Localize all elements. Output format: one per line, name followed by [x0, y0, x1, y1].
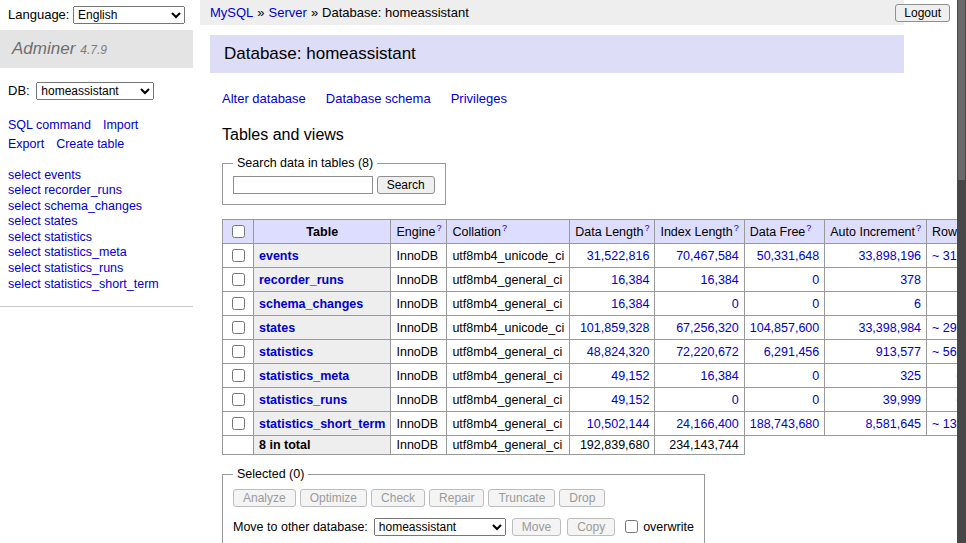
- selected-buttons-row: AnalyzeOptimizeCheckRepairTruncateDrop: [233, 489, 694, 507]
- index-length-link[interactable]: 16,384: [701, 369, 739, 383]
- index-length-link[interactable]: 0: [732, 393, 739, 407]
- language-select[interactable]: English: [73, 6, 185, 24]
- data-length-link[interactable]: 10,502,144: [587, 417, 650, 431]
- sidebar-table-item: select states: [8, 214, 185, 230]
- data-free-link[interactable]: 188,743,680: [750, 417, 820, 431]
- row-checkbox-statistics_short_term[interactable]: [232, 417, 245, 430]
- table-link-states[interactable]: states: [259, 321, 295, 335]
- auto-increment-link[interactable]: 913,577: [876, 345, 921, 359]
- breadcrumb-link[interactable]: MySQL: [210, 5, 253, 20]
- row-checkbox-states[interactable]: [232, 321, 245, 334]
- drop-button[interactable]: Drop: [559, 489, 605, 507]
- column-header-data-free: Data Free?: [744, 220, 825, 244]
- data-free-link[interactable]: 0: [812, 369, 819, 383]
- nav-link-alter-database[interactable]: Alter database: [222, 91, 306, 106]
- sidebar-action-sql-command[interactable]: SQL command: [8, 118, 91, 132]
- row-checkbox-statistics_meta[interactable]: [232, 369, 245, 382]
- row-checkbox-statistics_runs[interactable]: [232, 393, 245, 406]
- data-length-link[interactable]: 101,859,328: [580, 321, 650, 335]
- database-nav-links: Alter databaseDatabase schemaPrivileges: [222, 91, 904, 106]
- row-checkbox-statistics[interactable]: [232, 345, 245, 358]
- logout-button[interactable]: Logout: [895, 4, 950, 22]
- help-icon[interactable]: ?: [436, 223, 441, 233]
- data-length-link[interactable]: 49,152: [611, 393, 649, 407]
- optimize-button[interactable]: Optimize: [300, 489, 367, 507]
- row-checkbox-schema_changes[interactable]: [232, 297, 245, 310]
- help-icon[interactable]: ?: [916, 223, 921, 233]
- auto-increment-link[interactable]: 39,999: [883, 393, 921, 407]
- sidebar-item-select-statistics_runs[interactable]: select statistics_runs: [8, 261, 123, 275]
- data-length-link[interactable]: 31,522,816: [587, 249, 650, 263]
- sidebar-item-select-statistics_short_term[interactable]: select statistics_short_term: [8, 277, 159, 291]
- repair-button[interactable]: Repair: [429, 489, 484, 507]
- index-length-link[interactable]: 70,467,584: [676, 249, 739, 263]
- sidebar-item-select-states[interactable]: select states: [8, 214, 77, 228]
- auto-increment-link[interactable]: 33,898,196: [858, 249, 921, 263]
- nav-link-database-schema[interactable]: Database schema: [326, 91, 431, 106]
- copy-button[interactable]: Copy: [567, 518, 615, 536]
- analyze-button[interactable]: Analyze: [233, 489, 296, 507]
- auto-increment-link[interactable]: 378: [900, 273, 921, 287]
- table-link-statistics[interactable]: statistics: [259, 345, 313, 359]
- table-row: statistics_short_termInnoDButf8mb4_gener…: [223, 412, 966, 436]
- truncate-button[interactable]: Truncate: [488, 489, 555, 507]
- index-length-cell: 16,384: [655, 364, 744, 388]
- auto-increment-cell: 33,398,984: [825, 316, 927, 340]
- db-select[interactable]: homeassistant: [36, 82, 154, 100]
- sidebar-item-select-events[interactable]: select events: [8, 168, 81, 182]
- move-button[interactable]: Move: [512, 518, 561, 536]
- table-link-statistics_runs[interactable]: statistics_runs: [259, 393, 347, 407]
- data-length-link[interactable]: 49,152: [611, 369, 649, 383]
- data-free-link[interactable]: 6,291,456: [764, 345, 820, 359]
- nav-link-privileges[interactable]: Privileges: [451, 91, 507, 106]
- auto-increment-link[interactable]: 33,398,984: [858, 321, 921, 335]
- help-icon[interactable]: ?: [644, 223, 649, 233]
- data-free-link[interactable]: 0: [812, 393, 819, 407]
- index-length-cell: 16,384: [655, 268, 744, 292]
- table-link-statistics_meta[interactable]: statistics_meta: [259, 369, 349, 383]
- data-free-link[interactable]: 50,331,648: [757, 249, 820, 263]
- sidebar-item-select-statistics[interactable]: select statistics: [8, 230, 92, 244]
- index-length-link[interactable]: 24,166,400: [676, 417, 739, 431]
- row-checkbox-recorder_runs[interactable]: [232, 273, 245, 286]
- search-input[interactable]: [233, 176, 373, 194]
- scrollbar-thumb[interactable]: [958, 0, 965, 180]
- breadcrumb-link[interactable]: Server: [269, 5, 307, 20]
- data-free-link[interactable]: 0: [812, 273, 819, 287]
- table-name-cell: schema_changes: [254, 292, 391, 316]
- data-free-link[interactable]: 104,857,600: [750, 321, 820, 335]
- sidebar-action-create-table[interactable]: Create table: [56, 137, 124, 151]
- index-length-link[interactable]: 16,384: [701, 273, 739, 287]
- help-icon[interactable]: ?: [502, 223, 507, 233]
- auto-increment-link[interactable]: 8,581,645: [865, 417, 921, 431]
- auto-increment-link[interactable]: 325: [900, 369, 921, 383]
- data-length-link[interactable]: 48,824,320: [587, 345, 650, 359]
- check-button[interactable]: Check: [371, 489, 425, 507]
- data-length-link[interactable]: 16,384: [611, 297, 649, 311]
- sidebar-item-select-recorder_runs[interactable]: select recorder_runs: [8, 183, 122, 197]
- table-link-events[interactable]: events: [259, 249, 299, 263]
- index-length-link[interactable]: 72,220,672: [676, 345, 739, 359]
- sidebar-action-import[interactable]: Import: [103, 118, 138, 132]
- scrollbar[interactable]: [957, 0, 966, 543]
- select-all-checkbox[interactable]: [232, 225, 245, 238]
- data-free-link[interactable]: 0: [812, 297, 819, 311]
- sidebar-item-select-statistics_meta[interactable]: select statistics_meta: [8, 245, 127, 259]
- sidebar-item-select-schema_changes[interactable]: select schema_changes: [8, 199, 142, 213]
- move-db-select[interactable]: homeassistant: [374, 518, 506, 536]
- auto-increment-link[interactable]: 6: [914, 297, 921, 311]
- sidebar-action-export[interactable]: Export: [8, 137, 44, 151]
- move-label: Move to other database:: [233, 520, 368, 534]
- index-length-link[interactable]: 67,256,320: [676, 321, 739, 335]
- table-link-schema_changes[interactable]: schema_changes: [259, 297, 363, 311]
- table-link-statistics_short_term[interactable]: statistics_short_term: [259, 417, 385, 431]
- overwrite-checkbox[interactable]: [625, 520, 638, 533]
- table-link-recorder_runs[interactable]: recorder_runs: [259, 273, 344, 287]
- help-icon[interactable]: ?: [734, 223, 739, 233]
- search-button[interactable]: Search: [377, 176, 435, 194]
- row-checkbox-events[interactable]: [232, 249, 245, 262]
- help-icon[interactable]: ?: [806, 223, 811, 233]
- data-length-link[interactable]: 16,384: [611, 273, 649, 287]
- index-length-link[interactable]: 0: [732, 297, 739, 311]
- table-row: statisticsInnoDButf8mb4_general_ci48,824…: [223, 340, 966, 364]
